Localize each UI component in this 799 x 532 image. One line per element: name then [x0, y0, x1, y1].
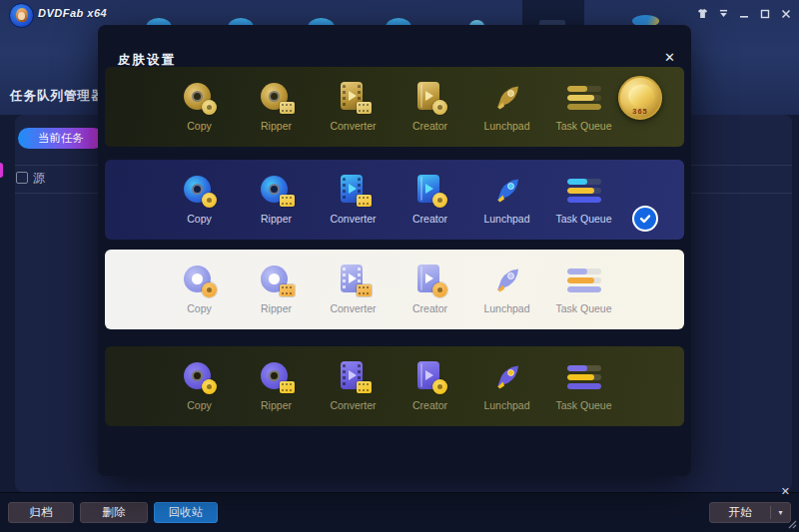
selected-check-icon [632, 206, 658, 232]
icon-label: Copy [187, 399, 212, 411]
close-icon[interactable] [779, 7, 793, 21]
icon-label: Lunchpad [483, 399, 529, 411]
converter-icon [336, 360, 372, 394]
icon-label: Task Queue [555, 120, 611, 132]
footer-bar: 归档 删除 回收站 开始 ▾ [0, 492, 799, 532]
icon-label: Creator [412, 302, 447, 314]
creator-icon [412, 81, 448, 115]
delete-button[interactable]: 删除 [80, 502, 148, 523]
converter-icon [336, 264, 372, 297]
icon-label: Copy [187, 213, 212, 225]
icon-label: Ripper [261, 302, 292, 314]
copy-icon [182, 174, 218, 208]
ripper-icon [259, 264, 295, 297]
icon-label: Converter [330, 213, 376, 225]
ripper-icon [259, 360, 295, 394]
minimize-icon[interactable] [737, 7, 751, 21]
start-dropdown-caret-icon[interactable]: ▾ [771, 508, 790, 517]
skin-icon[interactable] [695, 7, 709, 21]
task-queue-icon [566, 81, 602, 115]
skin-settings-dialog: 皮肤设置 ✕ Copy Ripper Converter Creator Lun… [98, 25, 691, 476]
start-button-label: 开始 [710, 505, 770, 520]
icon-label: Creator [412, 399, 447, 411]
recycle-bin-button[interactable]: 回收站 [154, 502, 218, 523]
icon-label: Lunchpad [483, 302, 529, 314]
task-queue-icon [566, 174, 602, 208]
icon-label: Task Queue [555, 213, 611, 225]
sidebar-selection-indicator [0, 163, 3, 178]
creator-icon [412, 264, 448, 297]
notification-close-icon[interactable]: ✕ [781, 485, 790, 498]
icon-label: Ripper [261, 120, 292, 132]
archive-button[interactable]: 归档 [8, 502, 74, 523]
resize-grip[interactable] [788, 520, 797, 529]
launchpad-icon [489, 264, 525, 297]
skin-option-light[interactable]: Copy Ripper Converter Creator Lunchpad T… [105, 250, 684, 329]
page-title: 任务队列管理器 [10, 88, 105, 105]
converter-icon [336, 174, 372, 208]
task-queue-icon [566, 264, 602, 297]
icon-label: Converter [330, 302, 376, 314]
ripper-icon [259, 174, 295, 208]
converter-icon [336, 81, 372, 115]
365-badge-label: 365 [620, 107, 660, 116]
skin-option-gold-dark[interactable]: Copy Ripper Converter Creator Lunchpad T… [105, 67, 684, 147]
copy-icon [182, 81, 218, 115]
window-controls [695, 0, 793, 27]
icon-label: Creator [412, 120, 447, 132]
icon-label: Ripper [261, 399, 292, 411]
copy-icon [182, 360, 218, 394]
creator-icon [412, 360, 448, 394]
maximize-icon[interactable] [758, 7, 772, 21]
icon-label: Lunchpad [483, 120, 529, 132]
icon-label: Ripper [261, 213, 292, 225]
ripper-icon [259, 81, 295, 115]
icon-label: Converter [330, 120, 376, 132]
icon-label: Copy [187, 120, 212, 132]
select-all-checkbox[interactable] [16, 172, 28, 184]
icon-label: Lunchpad [483, 213, 529, 225]
app-window: DVDFab x64 任务队列管理器 [0, 0, 799, 532]
creator-icon [412, 174, 448, 208]
app-title: DVDFab x64 [38, 7, 107, 19]
icon-label: Task Queue [555, 302, 611, 314]
source-column-header: 源 [33, 170, 45, 187]
365-badge-icon: 365 [618, 76, 662, 120]
launchpad-icon [489, 174, 525, 208]
tab-current-tasks[interactable]: 当前任务 [18, 128, 104, 149]
icon-label: Creator [412, 213, 447, 225]
icon-label: Task Queue [555, 399, 611, 411]
titlebar: DVDFab x64 [0, 0, 799, 27]
start-button[interactable]: 开始 ▾ [709, 502, 791, 523]
icon-label: Converter [330, 399, 376, 411]
launchpad-icon [489, 81, 525, 115]
dialog-close-icon[interactable]: ✕ [664, 50, 675, 65]
skin-option-olive-dark[interactable]: Copy Ripper Converter Creator Lunchpad T… [105, 346, 684, 426]
launchpad-icon [489, 360, 525, 394]
dvdfab-logo [9, 3, 34, 28]
copy-icon [182, 264, 218, 297]
menu-dropdown-icon[interactable] [716, 7, 730, 21]
icon-label: Copy [187, 302, 212, 314]
task-queue-icon [566, 360, 602, 394]
skin-option-blue-dark[interactable]: Copy Ripper Converter Creator Lunchpad T… [105, 160, 684, 240]
